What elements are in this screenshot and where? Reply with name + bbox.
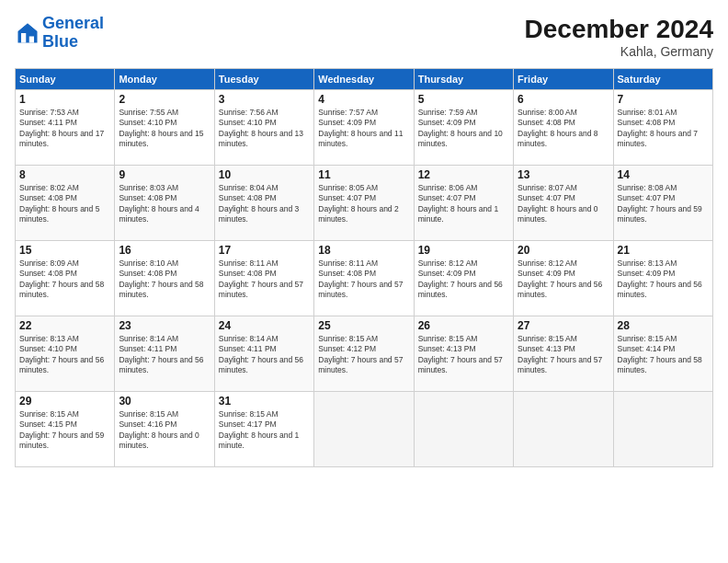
day-number: 4	[318, 93, 409, 106]
day-info: Sunrise: 8:13 AMSunset: 4:10 PMDaylight:…	[19, 334, 110, 376]
table-row: 30Sunrise: 8:15 AMSunset: 4:16 PMDayligh…	[115, 392, 214, 467]
day-number: 23	[119, 319, 210, 332]
day-number: 10	[219, 168, 310, 181]
table-row: 12Sunrise: 8:06 AMSunset: 4:07 PMDayligh…	[414, 166, 513, 241]
day-info: Sunrise: 8:12 AMSunset: 4:09 PMDaylight:…	[418, 259, 509, 301]
day-number: 9	[119, 168, 210, 181]
day-info: Sunrise: 8:14 AMSunset: 4:11 PMDaylight:…	[219, 334, 310, 376]
day-info: Sunrise: 8:04 AMSunset: 4:08 PMDaylight:…	[219, 183, 310, 225]
title-block: December 2024 Kahla, Germany	[525, 15, 713, 59]
day-number: 7	[618, 93, 709, 106]
table-row: 8Sunrise: 8:02 AMSunset: 4:08 PMDaylight…	[16, 166, 115, 241]
day-info: Sunrise: 8:14 AMSunset: 4:11 PMDaylight:…	[119, 334, 210, 376]
calendar-week-row: 22Sunrise: 8:13 AMSunset: 4:10 PMDayligh…	[16, 316, 713, 392]
table-row: 3Sunrise: 7:56 AMSunset: 4:10 PMDaylight…	[214, 90, 313, 166]
logo-text: General Blue	[42, 15, 104, 52]
table-row: 25Sunrise: 8:15 AMSunset: 4:12 PMDayligh…	[314, 316, 414, 392]
table-row: 2Sunrise: 7:55 AMSunset: 4:10 PMDaylight…	[115, 90, 214, 166]
day-info: Sunrise: 7:55 AMSunset: 4:10 PMDaylight:…	[119, 108, 210, 150]
calendar-header-row: Sunday Monday Tuesday Wednesday Thursday…	[16, 69, 713, 90]
table-row: 13Sunrise: 8:07 AMSunset: 4:07 PMDayligh…	[514, 166, 613, 241]
day-info: Sunrise: 8:11 AMSunset: 4:08 PMDaylight:…	[318, 259, 409, 301]
day-number: 11	[318, 168, 409, 181]
table-row: 31Sunrise: 8:15 AMSunset: 4:17 PMDayligh…	[214, 392, 313, 467]
table-row	[414, 392, 513, 467]
table-row: 15Sunrise: 8:09 AMSunset: 4:08 PMDayligh…	[16, 241, 115, 316]
day-number: 25	[318, 319, 409, 332]
day-info: Sunrise: 8:08 AMSunset: 4:07 PMDaylight:…	[618, 183, 709, 225]
table-row: 19Sunrise: 8:12 AMSunset: 4:09 PMDayligh…	[414, 241, 513, 316]
day-info: Sunrise: 8:09 AMSunset: 4:08 PMDaylight:…	[19, 259, 110, 301]
day-number: 16	[119, 244, 210, 257]
table-row: 26Sunrise: 8:15 AMSunset: 4:13 PMDayligh…	[414, 316, 513, 392]
calendar-week-row: 8Sunrise: 8:02 AMSunset: 4:08 PMDaylight…	[16, 166, 713, 241]
table-row: 16Sunrise: 8:10 AMSunset: 4:08 PMDayligh…	[115, 241, 214, 316]
logo: General Blue	[15, 15, 104, 52]
day-number: 21	[618, 244, 709, 257]
svg-rect-3	[29, 36, 34, 42]
table-row: 11Sunrise: 8:05 AMSunset: 4:07 PMDayligh…	[314, 166, 414, 241]
table-row	[514, 392, 613, 467]
col-saturday: Saturday	[613, 69, 712, 90]
table-row: 10Sunrise: 8:04 AMSunset: 4:08 PMDayligh…	[214, 166, 313, 241]
day-info: Sunrise: 8:15 AMSunset: 4:14 PMDaylight:…	[618, 334, 709, 376]
day-info: Sunrise: 8:15 AMSunset: 4:16 PMDaylight:…	[119, 409, 210, 452]
table-row: 1Sunrise: 7:53 AMSunset: 4:11 PMDaylight…	[16, 90, 115, 166]
day-info: Sunrise: 8:03 AMSunset: 4:08 PMDaylight:…	[119, 183, 210, 225]
table-row: 14Sunrise: 8:08 AMSunset: 4:07 PMDayligh…	[613, 166, 712, 241]
day-number: 3	[219, 93, 310, 106]
day-number: 20	[518, 244, 609, 257]
day-info: Sunrise: 8:05 AMSunset: 4:07 PMDaylight:…	[318, 183, 409, 225]
day-number: 30	[119, 395, 210, 408]
day-info: Sunrise: 7:56 AMSunset: 4:10 PMDaylight:…	[219, 108, 310, 150]
table-row: 28Sunrise: 8:15 AMSunset: 4:14 PMDayligh…	[613, 316, 712, 392]
table-row: 7Sunrise: 8:01 AMSunset: 4:08 PMDaylight…	[613, 90, 712, 166]
day-info: Sunrise: 8:15 AMSunset: 4:12 PMDaylight:…	[318, 334, 409, 376]
day-number: 24	[219, 319, 310, 332]
page: General Blue December 2024 Kahla, German…	[0, 0, 728, 563]
logo-line2: Blue	[42, 32, 78, 51]
day-info: Sunrise: 8:06 AMSunset: 4:07 PMDaylight:…	[418, 183, 509, 225]
col-monday: Monday	[115, 69, 214, 90]
day-info: Sunrise: 8:07 AMSunset: 4:07 PMDaylight:…	[518, 183, 609, 225]
day-info: Sunrise: 8:13 AMSunset: 4:09 PMDaylight:…	[618, 259, 709, 301]
day-info: Sunrise: 8:11 AMSunset: 4:08 PMDaylight:…	[219, 259, 310, 301]
col-friday: Friday	[514, 69, 613, 90]
table-row: 4Sunrise: 7:57 AMSunset: 4:09 PMDaylight…	[314, 90, 414, 166]
logo-icon	[15, 20, 40, 46]
logo-line1: General	[42, 14, 104, 32]
day-number: 28	[618, 319, 709, 332]
table-row: 20Sunrise: 8:12 AMSunset: 4:09 PMDayligh…	[514, 241, 613, 316]
table-row: 6Sunrise: 8:00 AMSunset: 4:08 PMDaylight…	[514, 90, 613, 166]
table-row: 29Sunrise: 8:15 AMSunset: 4:15 PMDayligh…	[16, 392, 115, 467]
day-number: 5	[418, 93, 509, 106]
day-number: 14	[618, 168, 709, 181]
header: General Blue December 2024 Kahla, German…	[15, 15, 713, 59]
day-number: 27	[518, 319, 609, 332]
day-number: 19	[418, 244, 509, 257]
col-thursday: Thursday	[414, 69, 513, 90]
col-tuesday: Tuesday	[214, 69, 313, 90]
table-row: 5Sunrise: 7:59 AMSunset: 4:09 PMDaylight…	[414, 90, 513, 166]
table-row: 27Sunrise: 8:15 AMSunset: 4:13 PMDayligh…	[514, 316, 613, 392]
day-number: 15	[19, 244, 110, 257]
calendar: Sunday Monday Tuesday Wednesday Thursday…	[15, 68, 713, 467]
day-number: 17	[219, 244, 310, 257]
table-row	[613, 392, 712, 467]
calendar-week-row: 15Sunrise: 8:09 AMSunset: 4:08 PMDayligh…	[16, 241, 713, 316]
day-info: Sunrise: 7:53 AMSunset: 4:11 PMDaylight:…	[19, 108, 110, 150]
calendar-week-row: 1Sunrise: 7:53 AMSunset: 4:11 PMDaylight…	[16, 90, 713, 166]
day-number: 13	[518, 168, 609, 181]
day-number: 29	[19, 395, 110, 408]
day-info: Sunrise: 8:01 AMSunset: 4:08 PMDaylight:…	[618, 108, 709, 150]
day-info: Sunrise: 7:57 AMSunset: 4:09 PMDaylight:…	[318, 108, 409, 150]
svg-rect-2	[21, 33, 26, 43]
day-number: 26	[418, 319, 509, 332]
day-number: 22	[19, 319, 110, 332]
day-info: Sunrise: 8:02 AMSunset: 4:08 PMDaylight:…	[19, 183, 110, 225]
calendar-week-row: 29Sunrise: 8:15 AMSunset: 4:15 PMDayligh…	[16, 392, 713, 467]
day-number: 6	[518, 93, 609, 106]
table-row: 9Sunrise: 8:03 AMSunset: 4:08 PMDaylight…	[115, 166, 214, 241]
table-row: 18Sunrise: 8:11 AMSunset: 4:08 PMDayligh…	[314, 241, 414, 316]
day-number: 1	[19, 93, 110, 106]
